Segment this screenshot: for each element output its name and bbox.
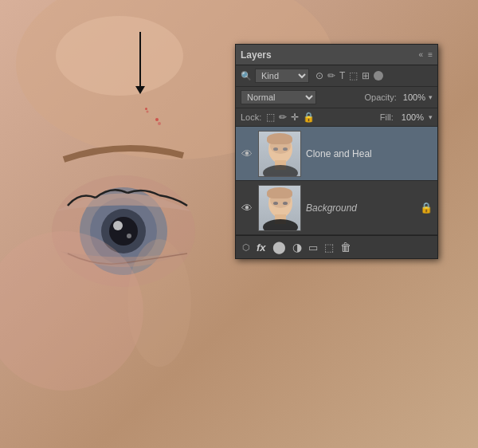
svg-point-11 xyxy=(147,111,149,113)
fx-button[interactable]: fx xyxy=(257,242,266,253)
layer-name-background: Background xyxy=(306,202,415,214)
lock-position-icon[interactable]: ✛ xyxy=(291,112,299,123)
blemish-1 xyxy=(155,118,159,121)
svg-point-7 xyxy=(113,221,123,230)
filter-text-icon[interactable]: T xyxy=(339,70,345,81)
svg-point-27 xyxy=(283,202,288,205)
layer-lock-icon-background[interactable]: 🔒 xyxy=(420,202,433,214)
lock-icons: ⬚ ✏ ✛ 🔒 xyxy=(266,112,315,123)
fill-dropdown-arrow[interactable]: ▾ xyxy=(429,113,433,121)
thumb-face-clone-heal xyxy=(259,132,300,176)
layer-visibility-icon-clone-heal[interactable]: 👁 xyxy=(241,147,253,160)
panel-title: Layers xyxy=(241,49,272,61)
panel-titlebar: Layers « ≡ xyxy=(236,45,437,65)
filter-brush-icon[interactable]: ✏ xyxy=(327,70,335,81)
new-layer-button[interactable]: ⬚ xyxy=(324,242,334,253)
svg-point-16 xyxy=(270,138,291,154)
panel-collapse-button[interactable]: « xyxy=(419,50,424,59)
svg-point-8 xyxy=(127,234,131,238)
blend-mode-dropdown[interactable]: Normal Multiply Screen xyxy=(241,90,316,104)
search-icon: 🔍 xyxy=(241,71,252,81)
add-mask-button[interactable]: ⬤ xyxy=(272,240,286,254)
blemish-2 xyxy=(145,108,147,110)
new-group-button[interactable]: ▭ xyxy=(308,242,318,253)
lock-all-icon[interactable]: 🔒 xyxy=(303,112,315,123)
lock-transparent-icon[interactable]: ⬚ xyxy=(266,112,275,123)
lock-image-icon[interactable]: ✏ xyxy=(279,112,287,123)
layer-item-background[interactable]: 👁 xyxy=(236,181,437,235)
layer-thumb-clone-heal xyxy=(258,131,301,177)
fill-value[interactable]: 100% xyxy=(402,112,424,122)
svg-point-10 xyxy=(158,122,161,125)
layer-name-clone-heal: Clone and Heal xyxy=(306,148,433,159)
filter-row: 🔍 Kind Name Effect Mode ⊙ ✏ T ⬚ ⊞ xyxy=(236,65,437,87)
opacity-label: Opacity: xyxy=(365,92,397,102)
thumb-face-background xyxy=(259,186,300,230)
kind-dropdown[interactable]: Kind Name Effect Mode xyxy=(255,69,309,83)
svg-point-20 xyxy=(283,147,288,151)
lock-row: Lock: ⬚ ✏ ✛ 🔒 Fill: 100% ▾ xyxy=(236,108,437,127)
svg-point-26 xyxy=(273,202,278,205)
svg-point-12 xyxy=(56,16,183,96)
new-adjustment-button[interactable]: ◑ xyxy=(292,241,302,253)
panel-menu-button[interactable]: ≡ xyxy=(428,50,433,59)
filter-circle-icon[interactable]: ⊙ xyxy=(315,70,323,81)
svg-point-19 xyxy=(273,147,278,151)
fill-label: Fill: xyxy=(380,112,394,122)
panel-toolbar: ⬡ fx ⬤ ◑ ▭ ⬚ 🗑 xyxy=(236,235,437,258)
panel-controls: « ≡ xyxy=(419,50,433,59)
filter-toggle-dot[interactable] xyxy=(374,71,383,81)
layers-panel: Layers « ≡ 🔍 Kind Name Effect Mode ⊙ ✏ T… xyxy=(235,44,438,259)
layer-visibility-icon-background[interactable]: 👁 xyxy=(241,202,253,214)
svg-point-23 xyxy=(270,192,291,208)
lock-label: Lock: xyxy=(241,112,261,122)
mode-row: Normal Multiply Screen Opacity: 100% ▾ xyxy=(236,87,437,108)
opacity-value[interactable]: 100% xyxy=(403,92,425,102)
down-arrow-indicator xyxy=(139,32,141,88)
layer-thumb-background xyxy=(258,185,301,231)
filter-shape-icon[interactable]: ⬚ xyxy=(349,70,358,81)
filter-adjustment-icon[interactable]: ⊞ xyxy=(362,70,370,81)
svg-point-6 xyxy=(109,217,138,246)
layer-item-clone-heal[interactable]: 👁 xyxy=(236,127,437,181)
link-layers-button[interactable]: ⬡ xyxy=(242,242,250,253)
opacity-dropdown-arrow[interactable]: ▾ xyxy=(429,93,433,101)
filter-icons: ⊙ ✏ T ⬚ ⊞ xyxy=(315,70,383,81)
delete-layer-button[interactable]: 🗑 xyxy=(340,241,351,253)
